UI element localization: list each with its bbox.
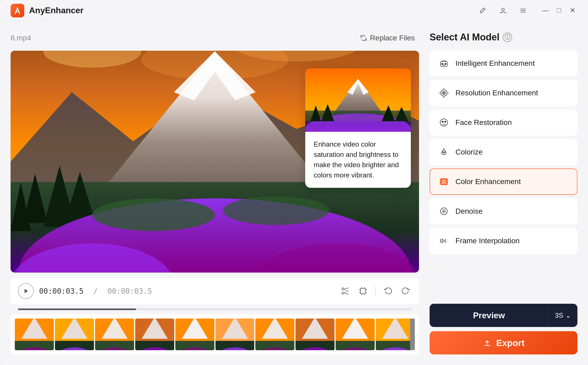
time-separator: / <box>89 287 102 296</box>
colorize-label: Colorize <box>455 148 483 156</box>
video-controls: 00:00:03.5 / 00:00:03.5 <box>11 278 419 304</box>
preview-duration-button[interactable]: 3S ⌄ <box>548 304 577 327</box>
denoise-label: Denoise <box>455 207 483 216</box>
edit-icon-button[interactable] <box>476 4 490 17</box>
app-window: AnyEnhancer <box>0 0 588 365</box>
main-content: 6.mp4 Replace Files <box>0 21 588 365</box>
timeline-frame <box>215 319 255 350</box>
model-item-frame-interpolation[interactable]: Frame Interpolation <box>430 228 577 254</box>
svg-point-88 <box>445 63 446 65</box>
total-time: 00:00:03.5 <box>107 287 152 296</box>
undo-button[interactable] <box>382 285 394 297</box>
model-item-resolution-enhancement[interactable]: Resolution Enhancement <box>430 80 577 106</box>
svg-point-97 <box>442 121 443 123</box>
timeline-scroll[interactable] <box>15 319 415 350</box>
tooltip-popup: Enhance video color saturation and brigh… <box>305 68 411 188</box>
svg-point-102 <box>443 182 445 184</box>
close-button[interactable]: ✕ <box>568 6 577 15</box>
timeline-container <box>11 314 419 354</box>
export-label: Export <box>496 338 525 348</box>
svg-rect-101 <box>440 178 448 185</box>
svg-point-100 <box>444 152 445 153</box>
resolution-enhancement-label: Resolution Enhancement <box>455 89 538 97</box>
tooltip-preview-image <box>305 68 411 132</box>
redo-button[interactable] <box>400 285 412 297</box>
svg-marker-31 <box>25 289 28 293</box>
intelligent-enhancement-label: Intelligent Enhancement <box>455 59 535 68</box>
svg-point-105 <box>444 211 444 212</box>
bottom-actions: Preview 3S ⌄ Export <box>430 304 577 354</box>
tooltip-description: Enhance video color saturation and brigh… <box>305 132 411 188</box>
preview-button[interactable]: Preview <box>430 304 548 327</box>
colorize-icon <box>438 146 450 158</box>
timeline-frame <box>175 319 214 350</box>
app-name: AnyEnhancer <box>29 6 476 15</box>
export-button[interactable]: Export <box>430 331 577 354</box>
resolution-enhancement-icon <box>438 87 450 99</box>
file-name: 6.mp4 <box>11 34 31 42</box>
color-enhancement-icon <box>438 175 450 188</box>
video-tools <box>339 285 412 297</box>
chevron-down-icon: ⌄ <box>565 311 571 320</box>
svg-rect-37 <box>360 288 366 294</box>
cut-tool-button[interactable] <box>339 285 351 297</box>
replace-files-label: Replace Files <box>370 34 415 42</box>
svg-point-96 <box>440 119 448 126</box>
app-logo <box>11 4 24 17</box>
timeline-frame <box>135 319 174 350</box>
face-restoration-icon <box>438 116 450 129</box>
minimize-button[interactable]: — <box>540 6 550 15</box>
maximize-button[interactable]: □ <box>554 6 564 15</box>
info-icon[interactable]: ⓘ <box>503 32 512 42</box>
svg-point-98 <box>445 121 446 123</box>
timeline-frame <box>95 319 134 350</box>
svg-line-34 <box>344 288 348 289</box>
model-item-colorize[interactable]: Colorize <box>430 139 577 165</box>
current-time: 00:00:03.5 <box>39 287 84 296</box>
right-panel: Select AI Model ⓘ Intellig <box>430 32 577 354</box>
timeline-frame <box>376 319 415 350</box>
model-item-denoise[interactable]: Denoise <box>430 198 577 224</box>
timeline-frame <box>295 319 335 350</box>
timeline-frame <box>255 319 294 350</box>
play-button[interactable] <box>18 283 34 299</box>
timeline-frame <box>15 319 54 350</box>
model-item-face-restoration[interactable]: Face Restoration <box>430 109 577 136</box>
video-panel: 6.mp4 Replace Files <box>11 32 419 354</box>
denoise-icon <box>438 205 450 218</box>
color-enhancement-label: Color Enhancement <box>455 177 521 186</box>
panel-title: Select AI Model <box>430 32 500 43</box>
titlebar: AnyEnhancer <box>0 0 588 21</box>
svg-point-32 <box>342 288 344 290</box>
user-icon-button[interactable] <box>496 4 510 17</box>
window-buttons: — □ ✕ <box>540 6 577 15</box>
timeline-frame <box>55 319 94 350</box>
timeline-frame <box>336 319 375 350</box>
preview-btn-row: Preview 3S ⌄ <box>430 304 577 327</box>
preview-duration: 3S <box>555 311 563 320</box>
svg-point-91 <box>443 92 444 93</box>
svg-line-35 <box>344 293 348 294</box>
controls-divider <box>375 286 376 296</box>
svg-point-99 <box>443 152 444 153</box>
model-item-intelligent-enhancement[interactable]: Intelligent Enhancement <box>430 50 577 77</box>
svg-point-87 <box>442 63 443 65</box>
file-header: 6.mp4 Replace Files <box>11 32 419 44</box>
tooltip-preview-svg <box>305 68 411 132</box>
replace-files-button[interactable]: Replace Files <box>356 32 419 44</box>
svg-point-19 <box>92 198 215 231</box>
model-item-color-enhancement[interactable]: Color Enhancement <box>430 169 577 195</box>
face-restoration-label: Face Restoration <box>455 118 512 127</box>
svg-point-33 <box>342 292 344 294</box>
preview-label: Preview <box>473 311 505 320</box>
panel-title-area: Select AI Model ⓘ <box>430 32 577 43</box>
frame-interpolation-label: Frame Interpolation <box>455 237 520 245</box>
svg-point-20 <box>223 196 329 225</box>
svg-point-0 <box>502 8 504 11</box>
ai-models-list: Intelligent Enhancement <box>430 50 577 298</box>
titlebar-actions: — □ ✕ <box>476 4 577 17</box>
crop-tool-button[interactable] <box>357 285 369 297</box>
timeline-progress <box>18 308 412 310</box>
timeline-handle[interactable] <box>410 319 415 350</box>
menu-icon-button[interactable] <box>516 4 530 17</box>
